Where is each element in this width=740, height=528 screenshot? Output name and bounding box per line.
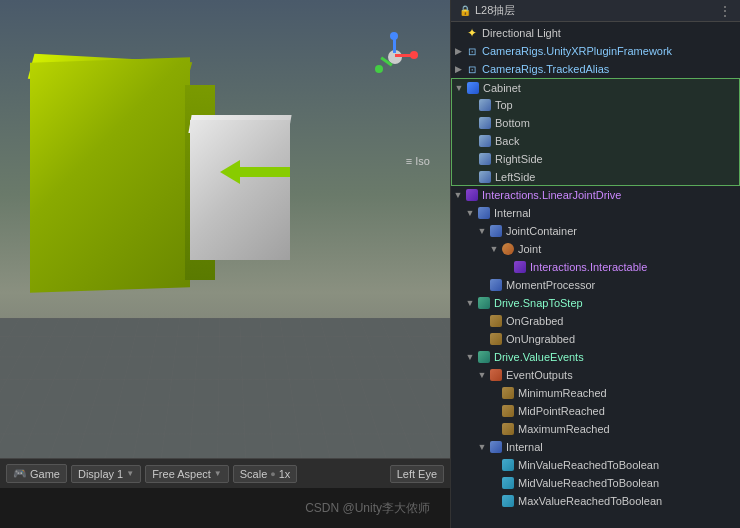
aspect-dropdown[interactable]: Free Aspect ▼ xyxy=(145,465,229,483)
tree-icon-internal-2 xyxy=(489,440,503,454)
tree-item-cabinet-top[interactable]: Top xyxy=(451,96,740,114)
tree-item-camera-tracked[interactable]: ⊡CameraRigs.TrackedAlias xyxy=(451,60,740,78)
tree-item-max-bool[interactable]: MaxValueReachedToBoolean xyxy=(451,492,740,510)
tree-item-midpoint-reached[interactable]: MidPointReached xyxy=(451,402,740,420)
tree-label-cabinet-top: Top xyxy=(495,99,739,111)
tree-arrow-joint[interactable] xyxy=(487,242,501,256)
tree-arrow-interactions-linear[interactable] xyxy=(451,188,465,202)
cabinet-white xyxy=(190,120,290,260)
tree-label-cabinet-bottom: Bottom xyxy=(495,117,739,129)
tree-item-event-outputs[interactable]: EventOutputs xyxy=(451,366,740,384)
transform-gizmo[interactable] xyxy=(370,30,420,80)
tree-icon-cabinet-back xyxy=(478,134,492,148)
tree-item-cabinet-back[interactable]: Back xyxy=(451,132,740,150)
tree-item-joint-container[interactable]: JointContainer xyxy=(451,222,740,240)
scene-bottom-bar: 🎮 Game Display 1 ▼ Free Aspect ▼ xyxy=(0,458,450,488)
tree-label-internal-2: Internal xyxy=(506,441,740,453)
tree-item-directional-light[interactable]: ✦Directional Light xyxy=(451,24,740,42)
game-icon: 🎮 xyxy=(13,467,27,480)
tree-label-cabinet-back: Back xyxy=(495,135,739,147)
tree-arrow-camera-xr[interactable] xyxy=(451,44,465,58)
tree-arrow-camera-tracked[interactable] xyxy=(451,62,465,76)
scale-control[interactable]: Scale ● 1x xyxy=(233,465,298,483)
tree-arrow-internal-2[interactable] xyxy=(475,440,489,454)
tree-item-interactions-linear[interactable]: Interactions.LinearJointDrive xyxy=(451,186,740,204)
tree-icon-cabinet xyxy=(466,81,480,95)
tree-label-minimum-reached: MinimumReached xyxy=(518,387,740,399)
movement-arrow xyxy=(220,160,240,187)
game-tab[interactable]: 🎮 Game xyxy=(6,464,67,483)
arrow-shaft xyxy=(240,167,290,177)
tree-label-drive-snapstep: Drive.SnapToStep xyxy=(494,297,740,309)
editor-container: ≡ Iso 🎮 Game xyxy=(0,0,740,528)
tree-item-joint[interactable]: Joint xyxy=(451,240,740,258)
tree-icon-drive-snapstep xyxy=(477,296,491,310)
tree-arrow-internal-1[interactable] xyxy=(463,206,477,220)
tree-icon-midpoint-reached xyxy=(501,404,515,418)
hierarchy-more-button[interactable]: ⋮ xyxy=(718,3,732,19)
tree-icon-on-grabbed xyxy=(489,314,503,328)
tree-arrow-drive-snapstep[interactable] xyxy=(463,296,477,310)
tree-label-min-bool: MinValueReachedToBoolean xyxy=(518,459,740,471)
tree-item-cabinet-rightside[interactable]: RightSide xyxy=(451,150,740,168)
tree-icon-internal-1 xyxy=(477,206,491,220)
gizmo-z-dot xyxy=(375,65,383,73)
tree-item-camera-xr[interactable]: ⊡CameraRigs.UnityXRPluginFramework xyxy=(451,42,740,60)
tree-label-cabinet-rightside: RightSide xyxy=(495,153,739,165)
tree-icon-maximum-reached xyxy=(501,422,515,436)
arrow-left-icon xyxy=(220,160,240,184)
tree-icon-min-bool xyxy=(501,458,515,472)
tree-label-drive-valueevents: Drive.ValueEvents xyxy=(494,351,740,363)
tree-arrow-joint-container[interactable] xyxy=(475,224,489,238)
tree-icon-event-outputs xyxy=(489,368,503,382)
tree-item-cabinet[interactable]: Cabinet xyxy=(451,78,740,96)
tree-label-midpoint-reached: MidPointReached xyxy=(518,405,740,417)
watermark-text: CSDN @Unity李大侬师 xyxy=(305,500,430,517)
tree-label-maximum-reached: MaximumReached xyxy=(518,423,740,435)
tree-icon-mid-bool xyxy=(501,476,515,490)
hierarchy-title: 🔒 L28抽层 xyxy=(459,3,515,18)
tree-item-minimum-reached[interactable]: MinimumReached xyxy=(451,384,740,402)
hierarchy-panel: 🔒 L28抽层 ⋮ ✦Directional Light⊡CameraRigs.… xyxy=(450,0,740,528)
tree-arrow-event-outputs[interactable] xyxy=(475,368,489,382)
tree-icon-cabinet-rightside xyxy=(478,152,492,166)
tree-item-internal-2[interactable]: Internal xyxy=(451,438,740,456)
tree-item-cabinet-bottom[interactable]: Bottom xyxy=(451,114,740,132)
scale-slider-icon: ● xyxy=(270,469,275,479)
tree-icon-on-ungrabbed xyxy=(489,332,503,346)
tree-icon-interactions-interactable xyxy=(513,260,527,274)
tree-item-interactions-interactable[interactable]: Interactions.Interactable xyxy=(451,258,740,276)
tree-icon-joint xyxy=(501,242,515,256)
tree-icon-joint-container xyxy=(489,224,503,238)
tree-label-mid-bool: MidValueReachedToBoolean xyxy=(518,477,740,489)
tree-item-moment-processor[interactable]: MomentProcessor xyxy=(451,276,740,294)
tree-label-cabinet-leftside: LeftSide xyxy=(495,171,739,183)
tree-item-drive-snapstep[interactable]: Drive.SnapToStep xyxy=(451,294,740,312)
tree-icon-cabinet-bottom xyxy=(478,116,492,130)
watermark-bar: CSDN @Unity李大侬师 xyxy=(0,488,450,528)
aspect-dropdown-arrow: ▼ xyxy=(214,469,222,478)
tree-icon-max-bool xyxy=(501,494,515,508)
eye-dropdown[interactable]: Left Eye xyxy=(390,465,444,483)
tree-item-maximum-reached[interactable]: MaximumReached xyxy=(451,420,740,438)
tree-label-moment-processor: MomentProcessor xyxy=(506,279,740,291)
tree-icon-camera-tracked: ⊡ xyxy=(465,62,479,76)
tree-item-drive-valueevents[interactable]: Drive.ValueEvents xyxy=(451,348,740,366)
tree-item-cabinet-leftside[interactable]: LeftSide xyxy=(451,168,740,186)
tree-item-on-ungrabbed[interactable]: OnUngrabbed xyxy=(451,330,740,348)
tree-icon-interactions-linear xyxy=(465,188,479,202)
cabinet-green-side xyxy=(30,57,190,293)
tree-icon-camera-xr: ⊡ xyxy=(465,44,479,58)
tree-label-joint: Joint xyxy=(518,243,740,255)
tree-item-internal-1[interactable]: Internal xyxy=(451,204,740,222)
tree-item-on-grabbed[interactable]: OnGrabbed xyxy=(451,312,740,330)
left-section: ≡ Iso 🎮 Game xyxy=(0,0,450,528)
lock-icon: 🔒 xyxy=(459,5,471,16)
tree-item-mid-bool[interactable]: MidValueReachedToBoolean xyxy=(451,474,740,492)
tree-label-interactions-interactable: Interactions.Interactable xyxy=(530,261,740,273)
display-dropdown[interactable]: Display 1 ▼ xyxy=(71,465,141,483)
tree-item-min-bool[interactable]: MinValueReachedToBoolean xyxy=(451,456,740,474)
iso-label: ≡ Iso xyxy=(406,155,430,167)
tree-arrow-cabinet[interactable] xyxy=(452,81,466,95)
tree-arrow-drive-valueevents[interactable] xyxy=(463,350,477,364)
